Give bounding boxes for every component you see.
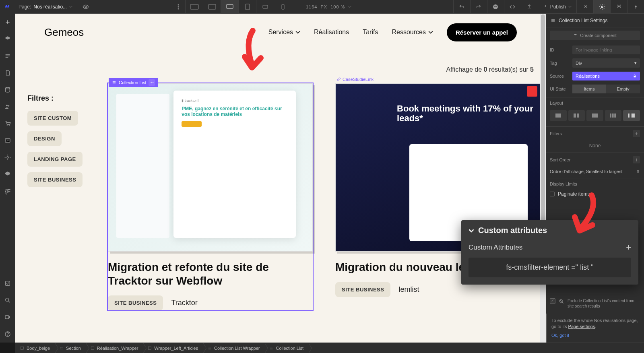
exclude-label: Exclude Collection List's content from s… <box>568 298 640 309</box>
breakpoint-xl[interactable] <box>203 0 221 14</box>
panel-title: Collection List Settings <box>559 18 607 23</box>
menu-ressources[interactable]: Ressources <box>392 29 433 36</box>
audit-icon[interactable] <box>0 275 15 292</box>
breakpoint-mobile[interactable] <box>274 0 291 14</box>
filter-pill[interactable]: LANDING PAGE <box>27 152 83 167</box>
popup-title: Custom attributes <box>478 226 547 235</box>
export-icon[interactable] <box>521 0 538 14</box>
layout-3col[interactable] <box>586 110 603 121</box>
layout-1col[interactable] <box>550 110 567 121</box>
style-panel-icon[interactable] <box>576 0 593 14</box>
tip-ok[interactable]: Ok, got it <box>551 332 639 339</box>
crumb-wrapper-left[interactable]: Wrapper_Left_Articles <box>143 343 203 353</box>
collection-list-badge[interactable]: Collection List <box>109 78 158 87</box>
users-icon[interactable] <box>0 98 15 115</box>
search-icon[interactable] <box>0 292 15 309</box>
publish-button[interactable]: Publish <box>538 0 576 14</box>
canvas-scrollbar[interactable] <box>540 14 546 343</box>
filter-pill[interactable]: SITE BUSINESS <box>27 172 83 187</box>
crumb-collection-list[interactable]: Collection List <box>264 343 308 353</box>
uistate-empty[interactable]: Empty <box>606 85 640 93</box>
filters-sidebar: Filtres : SITE CUSTOM DESIGN LANDING PAG… <box>27 94 112 193</box>
site-menu: Services Réalisations Tarifs Ressources … <box>268 23 517 41</box>
badge-label: Collection List <box>119 80 146 85</box>
exclude-search-row[interactable]: ✓ Exclude Collection List's content from… <box>546 296 644 311</box>
gear-icon[interactable] <box>149 79 155 86</box>
settings-icon[interactable] <box>0 149 15 166</box>
div-icon <box>148 346 152 350</box>
layout-6col[interactable] <box>623 110 640 121</box>
canvas-size[interactable]: 1164 PX 100 % <box>306 4 351 9</box>
card-tag: SITE BUSINESS <box>108 295 163 310</box>
section-icon <box>60 346 64 350</box>
svg-rect-10 <box>282 4 284 9</box>
crumb-collection-wrapper[interactable]: Collection List Wrapper <box>203 343 265 353</box>
redo-icon[interactable] <box>470 0 487 14</box>
add-element-icon[interactable] <box>0 14 15 31</box>
create-component-button[interactable]: Create component <box>550 31 640 40</box>
attribute-row[interactable]: fs-cmsfilter-element =" list " <box>469 258 631 277</box>
tag-label: Tag <box>550 61 569 66</box>
svg-point-17 <box>6 105 8 106</box>
webflow-logo[interactable] <box>0 0 15 14</box>
ecommerce-icon[interactable] <box>0 115 15 132</box>
preview-eye-icon[interactable] <box>80 4 92 10</box>
add-filter-button[interactable]: + <box>633 130 640 137</box>
cms-icon[interactable] <box>0 81 15 98</box>
sort-value[interactable]: Ordre d'affichage, Smallest to largest <box>550 169 622 174</box>
help-icon[interactable] <box>0 326 15 343</box>
source-select[interactable]: Réalisations <box>572 72 640 81</box>
chevron-down-icon: ▾ <box>634 60 637 66</box>
menu-services[interactable]: Services <box>268 29 300 36</box>
uistate-items[interactable]: Items <box>572 85 606 93</box>
cta-button[interactable]: Réserver un appel <box>447 23 517 41</box>
crumb-body[interactable]: Body_beige <box>15 343 55 353</box>
tag-select[interactable]: Div▾ <box>572 58 640 68</box>
video-icon[interactable] <box>0 309 15 326</box>
menu-tarifs[interactable]: Tarifs <box>363 29 378 36</box>
link-icon <box>337 77 341 81</box>
chevron-down-icon <box>469 228 474 233</box>
assets-icon[interactable] <box>0 132 15 149</box>
apps-icon[interactable] <box>0 166 15 183</box>
breakpoint-tablet[interactable] <box>238 0 256 14</box>
popup-header[interactable]: Custom attributes <box>461 220 638 241</box>
navigator-icon[interactable] <box>0 47 15 64</box>
breakpoint-mobile-l[interactable] <box>256 0 274 14</box>
interactions-icon[interactable] <box>627 0 644 14</box>
filters-label: Filters <box>550 131 562 136</box>
crumb-wrapper[interactable]: Réalisation_Wrapper <box>86 343 143 353</box>
more-icon[interactable] <box>173 0 184 14</box>
id-label: ID <box>550 47 569 52</box>
trash-icon[interactable] <box>636 169 640 173</box>
svg-rect-49 <box>91 347 94 349</box>
crumb-section[interactable]: Section <box>55 343 86 353</box>
layout-2col[interactable] <box>568 110 585 121</box>
comments-icon[interactable] <box>487 0 504 14</box>
list-icon <box>112 81 116 85</box>
add-attribute-button[interactable]: + <box>626 242 631 253</box>
chevron-down-icon <box>568 5 572 8</box>
settings-panel-icon[interactable] <box>593 0 610 14</box>
card-tracktor[interactable]: ▮ tracktor.fr PME, gagnez en sérénité et… <box>108 83 313 310</box>
undo-icon[interactable] <box>453 0 470 14</box>
layout-4col[interactable] <box>605 110 622 121</box>
canvas[interactable]: Gemeos Services Réalisations Tarifs Ress… <box>15 14 546 343</box>
id-input[interactable] <box>572 45 640 54</box>
svg-rect-8 <box>246 4 250 10</box>
page-selector[interactable]: Page: Nos réalisatio... <box>15 4 76 10</box>
pages-icon[interactable] <box>0 64 15 81</box>
breakpoint-xxl[interactable] <box>185 0 203 14</box>
style-manager-icon[interactable] <box>610 0 627 14</box>
variables-icon[interactable]: {F <box>0 183 15 200</box>
code-icon[interactable] <box>504 0 521 14</box>
filter-pill[interactable]: DESIGN <box>27 131 62 146</box>
layout-label: Layout <box>546 97 644 109</box>
menu-realisations[interactable]: Réalisations <box>314 29 349 36</box>
components-icon[interactable] <box>0 31 15 47</box>
add-sort-button[interactable]: + <box>633 156 640 163</box>
breakpoint-desktop[interactable] <box>221 0 238 14</box>
svg-rect-32 <box>577 114 579 118</box>
page-settings-link[interactable]: Page settings <box>568 324 595 329</box>
filter-pill[interactable]: SITE CUSTOM <box>27 111 78 126</box>
